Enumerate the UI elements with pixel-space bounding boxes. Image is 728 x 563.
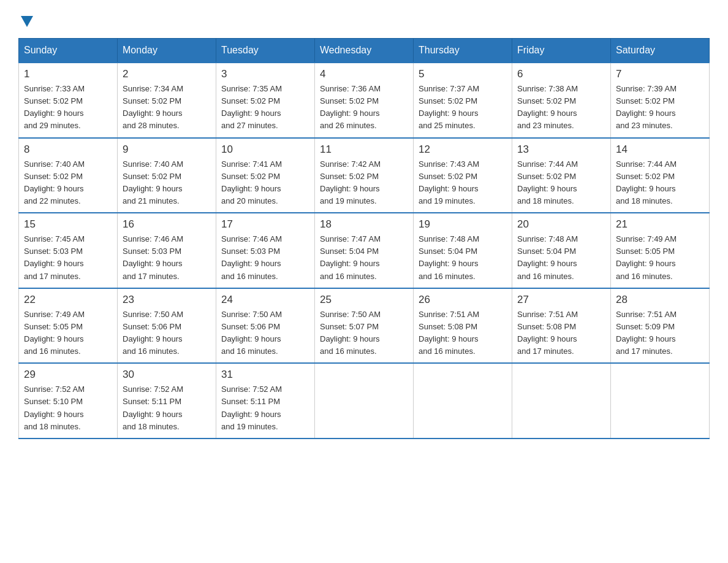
calendar-cell: 28 Sunrise: 7:51 AM Sunset: 5:09 PM Dayl… <box>611 288 710 364</box>
day-number: 5 <box>419 68 507 80</box>
day-info: Sunrise: 7:50 AM Sunset: 5:06 PM Dayligh… <box>123 308 211 358</box>
day-info: Sunrise: 7:42 AM Sunset: 5:02 PM Dayligh… <box>320 158 408 208</box>
day-info: Sunrise: 7:43 AM Sunset: 5:02 PM Dayligh… <box>419 158 507 208</box>
calendar-cell: 23 Sunrise: 7:50 AM Sunset: 5:06 PM Dayl… <box>118 288 216 364</box>
day-info: Sunrise: 7:44 AM Sunset: 5:02 PM Dayligh… <box>517 158 605 208</box>
calendar-cell: 31 Sunrise: 7:52 AM Sunset: 5:11 PM Dayl… <box>216 363 315 439</box>
day-number: 31 <box>221 369 309 381</box>
day-number: 10 <box>221 144 309 156</box>
calendar-cell: 10 Sunrise: 7:41 AM Sunset: 5:02 PM Dayl… <box>216 138 315 213</box>
calendar-cell: 4 Sunrise: 7:36 AM Sunset: 5:02 PM Dayli… <box>315 63 414 138</box>
day-number: 2 <box>123 68 211 80</box>
calendar-cell: 16 Sunrise: 7:46 AM Sunset: 5:03 PM Dayl… <box>118 213 216 288</box>
day-number: 23 <box>123 294 211 306</box>
calendar-cell: 21 Sunrise: 7:49 AM Sunset: 5:05 PM Dayl… <box>611 213 710 288</box>
day-info: Sunrise: 7:51 AM Sunset: 5:08 PM Dayligh… <box>419 308 507 358</box>
weekday-header-sunday: Sunday <box>19 39 118 63</box>
calendar-cell: 11 Sunrise: 7:42 AM Sunset: 5:02 PM Dayl… <box>315 138 414 213</box>
calendar-cell: 19 Sunrise: 7:48 AM Sunset: 5:04 PM Dayl… <box>414 213 512 288</box>
logo <box>18 12 33 26</box>
day-info: Sunrise: 7:41 AM Sunset: 5:02 PM Dayligh… <box>221 158 309 208</box>
day-number: 24 <box>221 294 309 306</box>
calendar-cell: 7 Sunrise: 7:39 AM Sunset: 5:02 PM Dayli… <box>611 63 710 138</box>
calendar-cell <box>611 363 710 439</box>
calendar-week-4: 22 Sunrise: 7:49 AM Sunset: 5:05 PM Dayl… <box>19 288 710 364</box>
day-number: 25 <box>320 294 408 306</box>
weekday-header-tuesday: Tuesday <box>216 39 315 63</box>
day-info: Sunrise: 7:39 AM Sunset: 5:02 PM Dayligh… <box>616 83 704 132</box>
day-info: Sunrise: 7:50 AM Sunset: 5:06 PM Dayligh… <box>221 308 309 358</box>
day-info: Sunrise: 7:46 AM Sunset: 5:03 PM Dayligh… <box>123 233 211 283</box>
calendar-cell: 30 Sunrise: 7:52 AM Sunset: 5:11 PM Dayl… <box>118 363 216 439</box>
day-number: 9 <box>123 144 211 156</box>
day-number: 18 <box>320 218 408 231</box>
calendar-cell: 5 Sunrise: 7:37 AM Sunset: 5:02 PM Dayli… <box>414 63 512 138</box>
day-number: 3 <box>221 68 309 80</box>
day-info: Sunrise: 7:52 AM Sunset: 5:11 PM Dayligh… <box>221 383 309 433</box>
day-info: Sunrise: 7:47 AM Sunset: 5:04 PM Dayligh… <box>320 233 408 283</box>
weekday-header-monday: Monday <box>118 39 216 63</box>
calendar-cell: 12 Sunrise: 7:43 AM Sunset: 5:02 PM Dayl… <box>414 138 512 213</box>
day-info: Sunrise: 7:34 AM Sunset: 5:02 PM Dayligh… <box>123 83 211 132</box>
calendar-table: SundayMondayTuesdayWednesdayThursdayFrid… <box>18 38 710 439</box>
day-number: 22 <box>24 294 112 306</box>
day-info: Sunrise: 7:38 AM Sunset: 5:02 PM Dayligh… <box>517 83 605 132</box>
day-number: 20 <box>517 218 605 231</box>
day-info: Sunrise: 7:50 AM Sunset: 5:07 PM Dayligh… <box>320 308 408 358</box>
weekday-header-friday: Friday <box>512 39 611 63</box>
day-number: 14 <box>616 144 704 156</box>
day-number: 15 <box>24 218 112 231</box>
day-number: 30 <box>123 369 211 381</box>
calendar-body: 1 Sunrise: 7:33 AM Sunset: 5:02 PM Dayli… <box>19 63 710 439</box>
day-info: Sunrise: 7:51 AM Sunset: 5:09 PM Dayligh… <box>616 308 704 358</box>
weekday-header-wednesday: Wednesday <box>315 39 414 63</box>
calendar-week-1: 1 Sunrise: 7:33 AM Sunset: 5:02 PM Dayli… <box>19 63 710 138</box>
day-number: 26 <box>419 294 507 306</box>
day-number: 17 <box>221 218 309 231</box>
calendar-week-3: 15 Sunrise: 7:45 AM Sunset: 5:03 PM Dayl… <box>19 213 710 288</box>
day-info: Sunrise: 7:52 AM Sunset: 5:11 PM Dayligh… <box>123 383 211 433</box>
calendar-cell: 8 Sunrise: 7:40 AM Sunset: 5:02 PM Dayli… <box>19 138 118 213</box>
day-info: Sunrise: 7:36 AM Sunset: 5:02 PM Dayligh… <box>320 83 408 132</box>
day-number: 12 <box>419 144 507 156</box>
day-info: Sunrise: 7:33 AM Sunset: 5:02 PM Dayligh… <box>24 83 112 132</box>
day-number: 13 <box>517 144 605 156</box>
day-info: Sunrise: 7:49 AM Sunset: 5:05 PM Dayligh… <box>616 233 704 283</box>
calendar-cell: 15 Sunrise: 7:45 AM Sunset: 5:03 PM Dayl… <box>19 213 118 288</box>
day-info: Sunrise: 7:48 AM Sunset: 5:04 PM Dayligh… <box>419 233 507 283</box>
day-info: Sunrise: 7:37 AM Sunset: 5:02 PM Dayligh… <box>419 83 507 132</box>
day-info: Sunrise: 7:45 AM Sunset: 5:03 PM Dayligh… <box>24 233 112 283</box>
calendar-cell <box>315 363 414 439</box>
day-info: Sunrise: 7:35 AM Sunset: 5:02 PM Dayligh… <box>221 83 309 132</box>
calendar-cell: 27 Sunrise: 7:51 AM Sunset: 5:08 PM Dayl… <box>512 288 611 364</box>
day-number: 28 <box>616 294 704 306</box>
day-number: 19 <box>419 218 507 231</box>
day-number: 8 <box>24 144 112 156</box>
calendar-week-2: 8 Sunrise: 7:40 AM Sunset: 5:02 PM Dayli… <box>19 138 710 213</box>
day-number: 29 <box>24 369 112 381</box>
calendar-cell: 29 Sunrise: 7:52 AM Sunset: 5:10 PM Dayl… <box>19 363 118 439</box>
calendar-cell: 13 Sunrise: 7:44 AM Sunset: 5:02 PM Dayl… <box>512 138 611 213</box>
day-number: 16 <box>123 218 211 231</box>
calendar-cell: 14 Sunrise: 7:44 AM Sunset: 5:02 PM Dayl… <box>611 138 710 213</box>
weekday-header-saturday: Saturday <box>611 39 710 63</box>
day-number: 27 <box>517 294 605 306</box>
calendar-cell: 2 Sunrise: 7:34 AM Sunset: 5:02 PM Dayli… <box>118 63 216 138</box>
calendar-week-5: 29 Sunrise: 7:52 AM Sunset: 5:10 PM Dayl… <box>19 363 710 439</box>
page-header <box>18 12 710 26</box>
calendar-cell: 6 Sunrise: 7:38 AM Sunset: 5:02 PM Dayli… <box>512 63 611 138</box>
calendar-cell: 18 Sunrise: 7:47 AM Sunset: 5:04 PM Dayl… <box>315 213 414 288</box>
calendar-cell: 25 Sunrise: 7:50 AM Sunset: 5:07 PM Dayl… <box>315 288 414 364</box>
day-info: Sunrise: 7:46 AM Sunset: 5:03 PM Dayligh… <box>221 233 309 283</box>
day-info: Sunrise: 7:40 AM Sunset: 5:02 PM Dayligh… <box>24 158 112 208</box>
calendar-header: SundayMondayTuesdayWednesdayThursdayFrid… <box>19 39 710 63</box>
day-info: Sunrise: 7:52 AM Sunset: 5:10 PM Dayligh… <box>24 383 112 433</box>
weekday-header-row: SundayMondayTuesdayWednesdayThursdayFrid… <box>19 39 710 63</box>
day-info: Sunrise: 7:49 AM Sunset: 5:05 PM Dayligh… <box>24 308 112 358</box>
calendar-cell: 20 Sunrise: 7:48 AM Sunset: 5:04 PM Dayl… <box>512 213 611 288</box>
day-number: 21 <box>616 218 704 231</box>
calendar-cell: 9 Sunrise: 7:40 AM Sunset: 5:02 PM Dayli… <box>118 138 216 213</box>
day-number: 11 <box>320 144 408 156</box>
calendar-cell: 24 Sunrise: 7:50 AM Sunset: 5:06 PM Dayl… <box>216 288 315 364</box>
calendar-cell: 22 Sunrise: 7:49 AM Sunset: 5:05 PM Dayl… <box>19 288 118 364</box>
